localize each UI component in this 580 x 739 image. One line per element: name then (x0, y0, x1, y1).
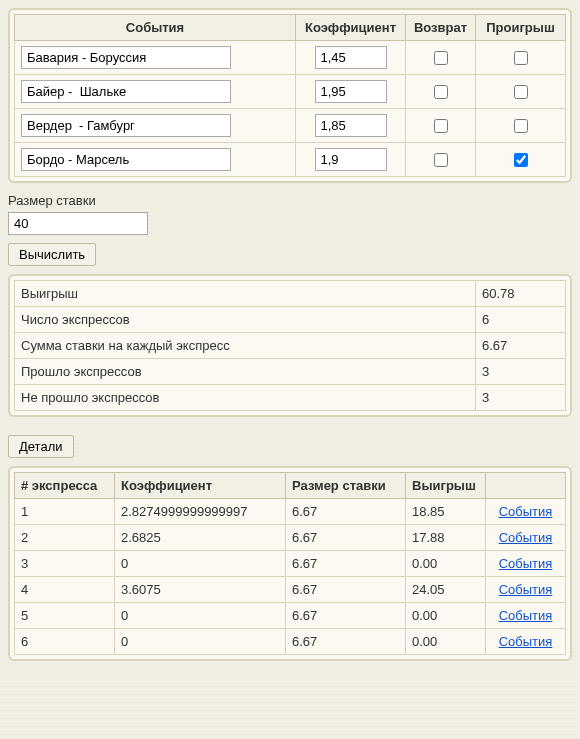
details-row: 22.68256.6717.88События (15, 525, 566, 551)
details-row: 43.60756.6724.05События (15, 577, 566, 603)
details-row: 506.670.00События (15, 603, 566, 629)
return-checkbox[interactable] (434, 119, 448, 133)
express-coef: 0 (115, 603, 286, 629)
event-row (15, 75, 566, 109)
col-coef: Коэффициент (296, 15, 406, 41)
dcol-link (486, 473, 566, 499)
events-link[interactable]: События (499, 504, 553, 519)
coef-input[interactable] (315, 46, 387, 69)
dcol-win: Выигрыш (406, 473, 486, 499)
details-row: 12.82749999999999976.6718.85События (15, 499, 566, 525)
express-num: 4 (15, 577, 115, 603)
col-return: Возврат (406, 15, 476, 41)
coef-input[interactable] (315, 114, 387, 137)
express-coef: 2.6825 (115, 525, 286, 551)
details-panel: # экспресса Коэффициент Размер ставки Вы… (8, 466, 572, 661)
result-row: Сумма ставки на каждый экспресс6.67 (15, 333, 566, 359)
express-win: 0.00 (406, 603, 486, 629)
event-name-input[interactable] (21, 148, 231, 171)
loss-checkbox[interactable] (514, 119, 528, 133)
loss-checkbox[interactable] (514, 85, 528, 99)
events-link[interactable]: События (499, 556, 553, 571)
event-name-input[interactable] (21, 114, 231, 137)
event-name-input[interactable] (21, 46, 231, 69)
express-coef: 0 (115, 551, 286, 577)
events-link[interactable]: События (499, 608, 553, 623)
coef-input[interactable] (315, 148, 387, 171)
express-win: 18.85 (406, 499, 486, 525)
express-coef: 2.8274999999999997 (115, 499, 286, 525)
event-row (15, 143, 566, 177)
express-num: 6 (15, 629, 115, 655)
express-win: 24.05 (406, 577, 486, 603)
result-label: Не прошло экспрессов (15, 385, 476, 411)
events-link[interactable]: События (499, 582, 553, 597)
loss-checkbox[interactable] (514, 51, 528, 65)
dcol-stake: Размер ставки (286, 473, 406, 499)
details-row: 606.670.00События (15, 629, 566, 655)
express-num: 1 (15, 499, 115, 525)
express-num: 5 (15, 603, 115, 629)
express-stake: 6.67 (286, 525, 406, 551)
express-stake: 6.67 (286, 499, 406, 525)
return-checkbox[interactable] (434, 51, 448, 65)
results-panel: Выигрыш60.78Число экспрессов6Сумма ставк… (8, 274, 572, 417)
express-num: 2 (15, 525, 115, 551)
result-row: Число экспрессов6 (15, 307, 566, 333)
stake-label: Размер ставки (8, 193, 572, 208)
details-table: # экспресса Коэффициент Размер ставки Вы… (14, 472, 566, 655)
result-label: Число экспрессов (15, 307, 476, 333)
details-button[interactable]: Детали (8, 435, 74, 458)
col-loss: Проигрыш (476, 15, 566, 41)
stake-input[interactable] (8, 212, 148, 235)
express-win: 0.00 (406, 551, 486, 577)
express-coef: 3.6075 (115, 577, 286, 603)
result-value: 60.78 (476, 281, 566, 307)
express-win: 0.00 (406, 629, 486, 655)
results-table: Выигрыш60.78Число экспрессов6Сумма ставк… (14, 280, 566, 411)
express-stake: 6.67 (286, 629, 406, 655)
express-stake: 6.67 (286, 551, 406, 577)
event-name-input[interactable] (21, 80, 231, 103)
dcol-coef: Коэффициент (115, 473, 286, 499)
express-num: 3 (15, 551, 115, 577)
result-value: 6 (476, 307, 566, 333)
event-row (15, 109, 566, 143)
col-events: События (15, 15, 296, 41)
event-row (15, 41, 566, 75)
result-value: 3 (476, 359, 566, 385)
express-coef: 0 (115, 629, 286, 655)
result-row: Выигрыш60.78 (15, 281, 566, 307)
express-win: 17.88 (406, 525, 486, 551)
events-table: События Коэффициент Возврат Проигрыш (14, 14, 566, 177)
loss-checkbox[interactable] (514, 153, 528, 167)
result-label: Прошло экспрессов (15, 359, 476, 385)
return-checkbox[interactable] (434, 85, 448, 99)
express-stake: 6.67 (286, 603, 406, 629)
result-row: Не прошло экспрессов3 (15, 385, 566, 411)
events-link[interactable]: События (499, 530, 553, 545)
result-row: Прошло экспрессов3 (15, 359, 566, 385)
dcol-num: # экспресса (15, 473, 115, 499)
result-label: Сумма ставки на каждый экспресс (15, 333, 476, 359)
events-link[interactable]: События (499, 634, 553, 649)
express-stake: 6.67 (286, 577, 406, 603)
details-row: 306.670.00События (15, 551, 566, 577)
events-panel: События Коэффициент Возврат Проигрыш (8, 8, 572, 183)
coef-input[interactable] (315, 80, 387, 103)
return-checkbox[interactable] (434, 153, 448, 167)
calc-button[interactable]: Вычислить (8, 243, 96, 266)
result-value: 3 (476, 385, 566, 411)
result-label: Выигрыш (15, 281, 476, 307)
result-value: 6.67 (476, 333, 566, 359)
